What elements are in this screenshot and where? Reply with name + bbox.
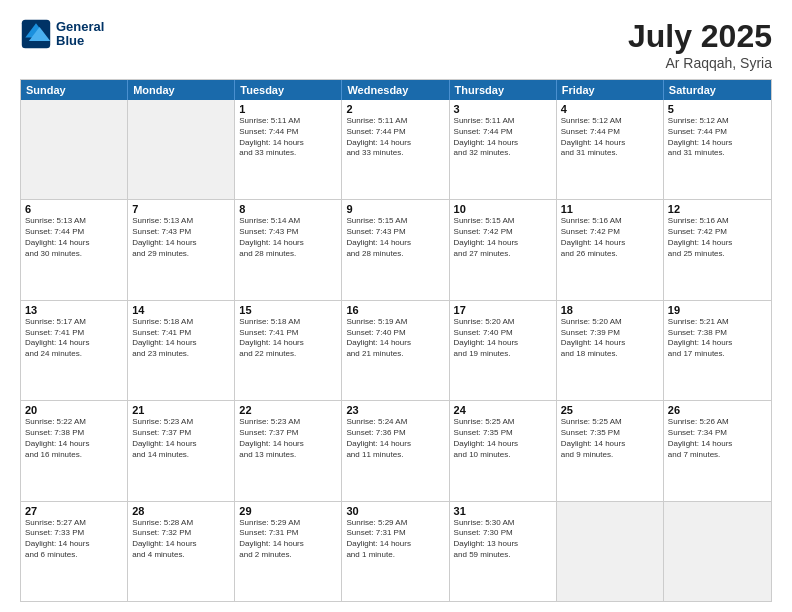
day-number: 29: [239, 505, 337, 517]
day-number: 19: [668, 304, 767, 316]
week-row-5: 27Sunrise: 5:27 AM Sunset: 7:33 PM Dayli…: [21, 501, 771, 601]
day-info: Sunrise: 5:11 AM Sunset: 7:44 PM Dayligh…: [239, 116, 337, 159]
week-row-3: 13Sunrise: 5:17 AM Sunset: 7:41 PM Dayli…: [21, 300, 771, 400]
logo-line2: Blue: [56, 34, 104, 48]
day-number: 21: [132, 404, 230, 416]
header-thursday: Thursday: [450, 80, 557, 100]
day-number: 24: [454, 404, 552, 416]
cal-cell-3-7: 19Sunrise: 5:21 AM Sunset: 7:38 PM Dayli…: [664, 301, 771, 400]
day-number: 15: [239, 304, 337, 316]
cal-cell-2-1: 6Sunrise: 5:13 AM Sunset: 7:44 PM Daylig…: [21, 200, 128, 299]
day-number: 8: [239, 203, 337, 215]
cal-cell-5-6: [557, 502, 664, 601]
day-number: 27: [25, 505, 123, 517]
day-info: Sunrise: 5:18 AM Sunset: 7:41 PM Dayligh…: [132, 317, 230, 360]
cal-cell-4-7: 26Sunrise: 5:26 AM Sunset: 7:34 PM Dayli…: [664, 401, 771, 500]
day-number: 3: [454, 103, 552, 115]
day-number: 2: [346, 103, 444, 115]
day-number: 23: [346, 404, 444, 416]
day-info: Sunrise: 5:22 AM Sunset: 7:38 PM Dayligh…: [25, 417, 123, 460]
cal-cell-4-1: 20Sunrise: 5:22 AM Sunset: 7:38 PM Dayli…: [21, 401, 128, 500]
cal-cell-1-1: [21, 100, 128, 199]
cal-cell-2-4: 9Sunrise: 5:15 AM Sunset: 7:43 PM Daylig…: [342, 200, 449, 299]
day-info: Sunrise: 5:11 AM Sunset: 7:44 PM Dayligh…: [346, 116, 444, 159]
cal-cell-5-4: 30Sunrise: 5:29 AM Sunset: 7:31 PM Dayli…: [342, 502, 449, 601]
day-number: 1: [239, 103, 337, 115]
day-number: 31: [454, 505, 552, 517]
cal-cell-3-4: 16Sunrise: 5:19 AM Sunset: 7:40 PM Dayli…: [342, 301, 449, 400]
location: Ar Raqqah, Syria: [628, 55, 772, 71]
day-info: Sunrise: 5:20 AM Sunset: 7:40 PM Dayligh…: [454, 317, 552, 360]
day-number: 10: [454, 203, 552, 215]
header-monday: Monday: [128, 80, 235, 100]
day-number: 30: [346, 505, 444, 517]
logo-text: General Blue: [56, 20, 104, 49]
calendar-body: 1Sunrise: 5:11 AM Sunset: 7:44 PM Daylig…: [21, 100, 771, 601]
day-info: Sunrise: 5:12 AM Sunset: 7:44 PM Dayligh…: [561, 116, 659, 159]
day-number: 17: [454, 304, 552, 316]
header-tuesday: Tuesday: [235, 80, 342, 100]
day-info: Sunrise: 5:23 AM Sunset: 7:37 PM Dayligh…: [132, 417, 230, 460]
day-number: 14: [132, 304, 230, 316]
day-number: 5: [668, 103, 767, 115]
logo-icon: [20, 18, 52, 50]
day-info: Sunrise: 5:14 AM Sunset: 7:43 PM Dayligh…: [239, 216, 337, 259]
day-number: 11: [561, 203, 659, 215]
day-info: Sunrise: 5:24 AM Sunset: 7:36 PM Dayligh…: [346, 417, 444, 460]
cal-cell-2-6: 11Sunrise: 5:16 AM Sunset: 7:42 PM Dayli…: [557, 200, 664, 299]
day-info: Sunrise: 5:18 AM Sunset: 7:41 PM Dayligh…: [239, 317, 337, 360]
day-number: 26: [668, 404, 767, 416]
cal-cell-3-3: 15Sunrise: 5:18 AM Sunset: 7:41 PM Dayli…: [235, 301, 342, 400]
cal-cell-1-6: 4Sunrise: 5:12 AM Sunset: 7:44 PM Daylig…: [557, 100, 664, 199]
day-info: Sunrise: 5:15 AM Sunset: 7:42 PM Dayligh…: [454, 216, 552, 259]
day-info: Sunrise: 5:16 AM Sunset: 7:42 PM Dayligh…: [668, 216, 767, 259]
cal-cell-5-3: 29Sunrise: 5:29 AM Sunset: 7:31 PM Dayli…: [235, 502, 342, 601]
cal-cell-2-5: 10Sunrise: 5:15 AM Sunset: 7:42 PM Dayli…: [450, 200, 557, 299]
header-sunday: Sunday: [21, 80, 128, 100]
day-info: Sunrise: 5:25 AM Sunset: 7:35 PM Dayligh…: [561, 417, 659, 460]
week-row-2: 6Sunrise: 5:13 AM Sunset: 7:44 PM Daylig…: [21, 199, 771, 299]
cal-cell-2-3: 8Sunrise: 5:14 AM Sunset: 7:43 PM Daylig…: [235, 200, 342, 299]
header-saturday: Saturday: [664, 80, 771, 100]
cal-cell-1-5: 3Sunrise: 5:11 AM Sunset: 7:44 PM Daylig…: [450, 100, 557, 199]
cal-cell-3-6: 18Sunrise: 5:20 AM Sunset: 7:39 PM Dayli…: [557, 301, 664, 400]
cal-cell-5-1: 27Sunrise: 5:27 AM Sunset: 7:33 PM Dayli…: [21, 502, 128, 601]
day-number: 28: [132, 505, 230, 517]
logo-line1: General: [56, 20, 104, 34]
header-friday: Friday: [557, 80, 664, 100]
day-number: 13: [25, 304, 123, 316]
cal-cell-4-2: 21Sunrise: 5:23 AM Sunset: 7:37 PM Dayli…: [128, 401, 235, 500]
calendar: Sunday Monday Tuesday Wednesday Thursday…: [20, 79, 772, 602]
week-row-1: 1Sunrise: 5:11 AM Sunset: 7:44 PM Daylig…: [21, 100, 771, 199]
cal-cell-3-1: 13Sunrise: 5:17 AM Sunset: 7:41 PM Dayli…: [21, 301, 128, 400]
day-info: Sunrise: 5:15 AM Sunset: 7:43 PM Dayligh…: [346, 216, 444, 259]
cal-cell-4-6: 25Sunrise: 5:25 AM Sunset: 7:35 PM Dayli…: [557, 401, 664, 500]
day-info: Sunrise: 5:29 AM Sunset: 7:31 PM Dayligh…: [239, 518, 337, 561]
cal-cell-1-3: 1Sunrise: 5:11 AM Sunset: 7:44 PM Daylig…: [235, 100, 342, 199]
day-info: Sunrise: 5:21 AM Sunset: 7:38 PM Dayligh…: [668, 317, 767, 360]
day-number: 18: [561, 304, 659, 316]
day-info: Sunrise: 5:29 AM Sunset: 7:31 PM Dayligh…: [346, 518, 444, 561]
day-info: Sunrise: 5:13 AM Sunset: 7:43 PM Dayligh…: [132, 216, 230, 259]
day-info: Sunrise: 5:20 AM Sunset: 7:39 PM Dayligh…: [561, 317, 659, 360]
header-wednesday: Wednesday: [342, 80, 449, 100]
day-number: 12: [668, 203, 767, 215]
cal-cell-3-5: 17Sunrise: 5:20 AM Sunset: 7:40 PM Dayli…: [450, 301, 557, 400]
page: General Blue July 2025 Ar Raqqah, Syria …: [0, 0, 792, 612]
day-info: Sunrise: 5:26 AM Sunset: 7:34 PM Dayligh…: [668, 417, 767, 460]
cal-cell-1-4: 2Sunrise: 5:11 AM Sunset: 7:44 PM Daylig…: [342, 100, 449, 199]
day-number: 7: [132, 203, 230, 215]
day-info: Sunrise: 5:16 AM Sunset: 7:42 PM Dayligh…: [561, 216, 659, 259]
cal-cell-5-7: [664, 502, 771, 601]
day-info: Sunrise: 5:28 AM Sunset: 7:32 PM Dayligh…: [132, 518, 230, 561]
day-info: Sunrise: 5:30 AM Sunset: 7:30 PM Dayligh…: [454, 518, 552, 561]
logo: General Blue: [20, 18, 104, 50]
cal-cell-1-7: 5Sunrise: 5:12 AM Sunset: 7:44 PM Daylig…: [664, 100, 771, 199]
day-info: Sunrise: 5:11 AM Sunset: 7:44 PM Dayligh…: [454, 116, 552, 159]
day-info: Sunrise: 5:23 AM Sunset: 7:37 PM Dayligh…: [239, 417, 337, 460]
day-number: 4: [561, 103, 659, 115]
day-info: Sunrise: 5:19 AM Sunset: 7:40 PM Dayligh…: [346, 317, 444, 360]
day-info: Sunrise: 5:27 AM Sunset: 7:33 PM Dayligh…: [25, 518, 123, 561]
cal-cell-2-7: 12Sunrise: 5:16 AM Sunset: 7:42 PM Dayli…: [664, 200, 771, 299]
week-row-4: 20Sunrise: 5:22 AM Sunset: 7:38 PM Dayli…: [21, 400, 771, 500]
